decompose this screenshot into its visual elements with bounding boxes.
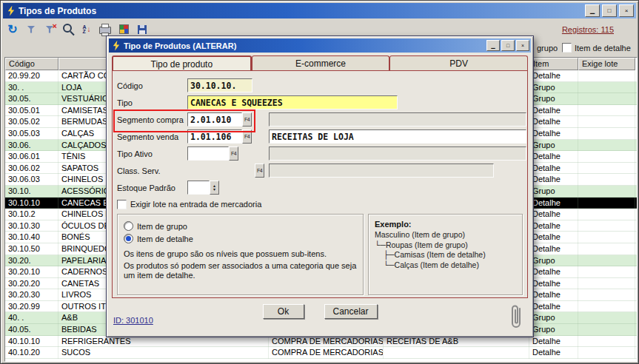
cell-exige bbox=[578, 243, 635, 255]
segmento-compra-desc bbox=[269, 112, 526, 127]
cell-item: Detalhe bbox=[529, 266, 578, 278]
cell-codigo: 30.10.10 bbox=[5, 198, 58, 209]
id-link[interactable]: ID: 301010 bbox=[113, 316, 153, 325]
col-header-codigo[interactable]: Código bbox=[5, 58, 58, 70]
cell-codigo: 30. . bbox=[5, 82, 58, 94]
cell-item: Grupo bbox=[529, 93, 578, 105]
segmento-venda-input[interactable]: 1.01.106 bbox=[187, 129, 242, 144]
cell-exige bbox=[578, 82, 635, 94]
segmento-venda-row: Segmento venda 1.01.106 F4 RECEITAS DE L… bbox=[117, 128, 523, 145]
refresh-icon[interactable]: ↻ bbox=[4, 22, 21, 37]
minimize-icon[interactable]: ▁ bbox=[486, 40, 500, 51]
cell-exige bbox=[578, 186, 635, 198]
cell-item: Detalhe bbox=[529, 232, 578, 243]
cell-exige bbox=[578, 198, 635, 209]
class-serv-lookup-icon[interactable]: F4 bbox=[255, 164, 264, 178]
paperclip-icon[interactable] bbox=[509, 303, 524, 332]
cell-codigo: 30.10. bbox=[5, 186, 58, 198]
registros-link[interactable]: Registros: 115 bbox=[562, 25, 614, 34]
maximize-icon[interactable]: □ bbox=[602, 4, 617, 17]
checkbox-icon[interactable] bbox=[562, 43, 572, 53]
tab-pdv[interactable]: PDV bbox=[389, 55, 528, 71]
cell-codigo: 30.06. bbox=[5, 140, 58, 152]
cell-codigo: 30.10.50 bbox=[5, 243, 58, 255]
maximize-icon[interactable]: □ bbox=[501, 40, 515, 51]
filter-grupo-label: grupo bbox=[537, 44, 558, 53]
dialog-buttons: Ok Cancelar bbox=[107, 304, 533, 319]
estoque-padrao-input[interactable] bbox=[187, 181, 210, 195]
segmento-compra-lookup-icon[interactable]: F4 bbox=[242, 112, 252, 127]
table-row[interactable]: 40.10.20SUCOSCOMPRA DE MERCADORIASDetalh… bbox=[5, 347, 637, 359]
cell-exige bbox=[578, 128, 635, 140]
radio-item-de-detalhe[interactable]: Item de detalhe bbox=[124, 232, 357, 245]
cell-exige bbox=[578, 70, 635, 82]
tipo-label: Tipo bbox=[117, 98, 187, 107]
cell-codigo: 20.99.20 bbox=[5, 70, 58, 82]
cell-item: Grupo bbox=[529, 140, 578, 152]
cell-exige bbox=[578, 220, 635, 232]
window-title: Tipos de Produtos bbox=[19, 6, 583, 16]
segmento-compra-label: Segmento compra bbox=[117, 115, 187, 124]
legend-colors-icon[interactable] bbox=[116, 22, 132, 37]
save-icon[interactable] bbox=[134, 22, 150, 37]
tipo-input[interactable]: CANECAS E SQUEEZES bbox=[187, 95, 398, 109]
close-icon[interactable]: × bbox=[516, 40, 529, 51]
exigir-lote-checkbox[interactable] bbox=[117, 200, 127, 209]
cell-item: Detalhe bbox=[529, 336, 578, 348]
cell-codigo: 30.05. bbox=[5, 93, 58, 105]
tipo-ativo-lookup-icon[interactable]: F4 bbox=[229, 146, 238, 161]
cell-exige bbox=[578, 347, 635, 359]
exigir-lote-label: Exigir lote na entrada de mercadoria bbox=[130, 200, 261, 209]
dialog-tabs: Tipo de produtoE-commercePDV bbox=[112, 55, 528, 71]
cell-item: Detalhe bbox=[529, 209, 578, 220]
cell-descricao: SUCOS bbox=[58, 347, 269, 359]
cell-codigo: 30.20.99 bbox=[5, 301, 58, 313]
estoque-spinner-icon[interactable] bbox=[210, 181, 219, 195]
segmento-compra-input[interactable]: 2.01.010 bbox=[187, 112, 242, 127]
cell-codigo: 30.05.02 bbox=[5, 116, 58, 128]
cell-exige bbox=[578, 116, 635, 128]
tab-e-commerce[interactable]: E-commerce bbox=[252, 55, 390, 71]
cell-codigo: 30.10.30 bbox=[5, 220, 58, 232]
segmento-venda-lookup-icon[interactable]: F4 bbox=[242, 129, 252, 144]
cell-item: Detalhe bbox=[529, 347, 578, 359]
search-icon[interactable] bbox=[60, 22, 76, 37]
filter-item-detalhe[interactable]: Item de detalhe bbox=[562, 43, 631, 53]
exemplo-groupbox: Exemplo: Masculino (Item de grupo)└─Roup… bbox=[368, 214, 523, 295]
cell-codigo: 30.20.10 bbox=[5, 266, 58, 278]
filter-icon[interactable] bbox=[23, 22, 39, 37]
cell-codigo: 30.05.01 bbox=[5, 105, 58, 117]
exigir-lote-row[interactable]: Exigir lote na entrada de mercadoria bbox=[117, 198, 523, 211]
cell-item: Grupo bbox=[529, 312, 578, 324]
minimize-icon[interactable]: ▁ bbox=[585, 4, 600, 17]
cell-item: Detalhe bbox=[529, 174, 578, 186]
sort-az-icon[interactable]: AZ↓ bbox=[78, 22, 95, 37]
tab-tipo-de-produto[interactable]: Tipo de produto bbox=[112, 55, 252, 71]
cell-codigo: 30.10.2 bbox=[5, 209, 58, 220]
codigo-input[interactable]: 30.10.10. bbox=[187, 78, 252, 92]
cell-exige bbox=[578, 93, 635, 105]
item-kind-groupbox: Item de grupoItem de detalhe Os itens de… bbox=[117, 214, 364, 295]
cell-item: Detalhe bbox=[529, 128, 578, 140]
col-header-item[interactable]: Item bbox=[529, 58, 578, 70]
tipo-ativo-input[interactable] bbox=[187, 146, 229, 161]
dialog-titlebar: Tipo de Produtos (ALTERAR) ▁ □ × bbox=[109, 38, 531, 53]
tab-content: Código 30.10.10. Tipo CANECAS E SQUEEZES… bbox=[112, 70, 528, 298]
cell-exige bbox=[578, 266, 635, 278]
cell-exige bbox=[578, 140, 635, 152]
cell-codigo: 30.05.03 bbox=[5, 128, 58, 140]
cell-item: Detalhe bbox=[529, 151, 578, 163]
radio-options: Item de grupoItem de detalhe bbox=[124, 220, 357, 245]
cell-exige bbox=[578, 301, 635, 313]
cell-codigo: 30.06.01 bbox=[5, 151, 58, 163]
filter-clear-icon[interactable]: × bbox=[41, 22, 58, 37]
print-icon[interactable] bbox=[97, 22, 113, 37]
ok-button[interactable]: Ok bbox=[263, 304, 304, 319]
cancel-button[interactable]: Cancelar bbox=[324, 304, 378, 319]
cell-codigo: 30.20. bbox=[5, 255, 58, 267]
close-icon[interactable]: × bbox=[619, 4, 634, 17]
cell-codigo: 30.10.40 bbox=[5, 232, 58, 243]
cell-exige bbox=[578, 105, 635, 117]
col-header-exige[interactable]: Exige lote bbox=[578, 58, 635, 70]
radio-item-de-grupo[interactable]: Item de grupo bbox=[124, 220, 357, 232]
